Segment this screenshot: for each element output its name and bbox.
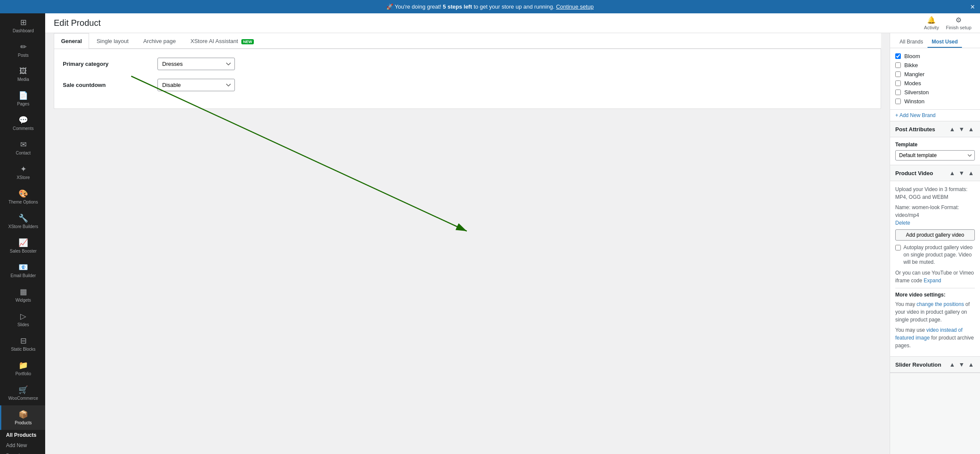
brands-section: All Brands Most Used Bloom Bikke [890, 33, 980, 121]
delete-video-link[interactable]: Delete [895, 220, 910, 226]
post-attributes-collapse-down[interactable]: ▼ [958, 126, 965, 133]
product-video-down[interactable]: ▼ [958, 170, 965, 176]
slider-rev-toggle[interactable]: ▲ [967, 361, 975, 368]
xstore-builders-icon: 🔧 [18, 213, 28, 223]
xstore-icon: ✦ [20, 164, 27, 174]
submenu-brands[interactable]: Brands [0, 451, 45, 454]
products-icon: 📦 [18, 410, 28, 419]
primary-category-row: Primary category Dresses Tops Bottoms Ac… [63, 58, 872, 70]
expand-link[interactable]: Expand [924, 278, 941, 284]
right-panel: All Brands Most Used Bloom Bikke [890, 33, 980, 454]
sidebar: ⊞ Dashboard ✏ Posts 🖼 Media 📄 Pages 💬 Co… [0, 13, 45, 454]
sidebar-item-products[interactable]: 📦 Products [0, 405, 45, 430]
brand-checkbox-silverston[interactable] [895, 90, 901, 95]
add-gallery-video-button[interactable]: Add product gallery video [895, 229, 975, 241]
template-select[interactable]: Default template Full Width Sidebar Left… [895, 150, 975, 161]
primary-category-select[interactable]: Dresses Tops Bottoms Accessories [157, 58, 235, 70]
tab-xstore-ai[interactable]: XStore AI Assistant NEW [183, 33, 261, 49]
brand-item-modes: Modes [895, 79, 975, 88]
notification-prefix: 🚀 You're doing great! [386, 3, 441, 10]
add-new-brand-link[interactable]: + Add New Brand [890, 109, 980, 121]
tab-general[interactable]: General [54, 33, 89, 49]
brand-item-winston: Winston [895, 97, 975, 106]
sale-countdown-row: Sale countdown Disable Enable [63, 79, 872, 91]
notification-bold: 5 steps left [443, 3, 472, 10]
slider-rev-down[interactable]: ▼ [958, 361, 965, 368]
sidebar-item-widgets[interactable]: ▦ Widgets [0, 283, 45, 307]
widgets-icon: ▦ [20, 287, 27, 296]
posts-icon: ✏ [20, 42, 27, 52]
theme-options-icon: 🎨 [18, 189, 28, 198]
sidebar-item-sales-booster[interactable]: 📈 Sales Booster [0, 234, 45, 258]
finish-setup-button[interactable]: ⚙ Finish setup [946, 16, 971, 30]
activity-icon: 🔔 [927, 16, 936, 24]
brands-tab-most-used[interactable]: Most Used [928, 37, 962, 48]
sidebar-item-posts[interactable]: ✏ Posts [0, 38, 45, 62]
sidebar-item-static-blocks[interactable]: ⊟ Static Blocks [0, 332, 45, 356]
submenu-all-products[interactable]: All Products [0, 430, 45, 440]
tab-single-layout[interactable]: Single layout [89, 33, 136, 49]
sidebar-item-dashboard[interactable]: ⊞ Dashboard [0, 13, 45, 38]
submenu-add-new[interactable]: Add New [0, 440, 45, 451]
upload-text: Upload your Video in 3 formats: MP4, OGG… [895, 185, 975, 201]
brand-list: Bloom Bikke Mangler Modes [890, 48, 980, 109]
comments-icon: 💬 [18, 115, 28, 125]
brand-checkbox-modes[interactable] [895, 80, 901, 86]
activity-button[interactable]: 🔔 Activity [924, 16, 939, 30]
static-blocks-icon: ⊟ [20, 336, 27, 346]
video-instead-text: You may use video instead of featured im… [895, 326, 975, 349]
notification-suffix: to get your store up and running. [474, 3, 555, 10]
tab-archive-page[interactable]: Archive page [136, 33, 183, 49]
tab-bar: General Single layout Archive page XStor… [54, 33, 881, 49]
slider-revolution-header: Slider Revolution ▲ ▼ ▲ [890, 357, 980, 373]
email-builder-icon: 📧 [18, 263, 28, 272]
continue-setup-link[interactable]: Continue setup [556, 3, 593, 10]
pages-icon: 📄 [18, 91, 28, 100]
slider-revolution-section: Slider Revolution ▲ ▼ ▲ [890, 357, 980, 373]
product-video-content: Upload your Video in 3 formats: MP4, OGG… [890, 181, 980, 356]
product-video-toggle[interactable]: ▲ [967, 170, 975, 176]
sidebar-item-xstore-builders[interactable]: 🔧 XStore Builders [0, 209, 45, 234]
sale-countdown-select[interactable]: Disable Enable [157, 79, 235, 91]
sidebar-item-xstore[interactable]: ✦ XStore [0, 160, 45, 185]
product-video-up[interactable]: ▲ [948, 170, 956, 176]
sidebar-item-contact[interactable]: ✉ Contact [0, 136, 45, 160]
top-notification-bar: 🚀 You're doing great! 5 steps left to ge… [0, 0, 980, 13]
change-positions-link[interactable]: change the positions [917, 301, 964, 307]
brand-checkbox-winston[interactable] [895, 99, 901, 104]
brand-item-bloom: Bloom [895, 52, 975, 61]
brand-item-bikke: Bikke [895, 61, 975, 70]
brand-checkbox-bloom[interactable] [895, 53, 901, 59]
close-notification-button[interactable]: × [970, 3, 975, 11]
sales-booster-icon: 📈 [18, 238, 28, 247]
notification-text: 🚀 You're doing great! 5 steps left to ge… [386, 3, 594, 10]
sidebar-item-theme-options[interactable]: 🎨 Theme Options [0, 185, 45, 209]
sidebar-item-portfolio[interactable]: 📁 Portfolio [0, 356, 45, 381]
post-attributes-content: Template Default template Full Width Sid… [890, 137, 980, 165]
post-attributes-section: Post Attributes ▲ ▼ ▲ Template Default t… [890, 121, 980, 165]
header-actions: 🔔 Activity ⚙ Finish setup [924, 16, 971, 30]
autoplay-checkbox[interactable] [895, 245, 901, 250]
sidebar-item-slides[interactable]: ▷ Slides [0, 307, 45, 332]
sidebar-item-pages[interactable]: 📄 Pages [0, 86, 45, 111]
sidebar-item-email-builder[interactable]: 📧 Email Builder [0, 258, 45, 283]
sidebar-item-woocommerce[interactable]: 🛒 WooCommerce [0, 381, 45, 405]
post-attributes-controls: ▲ ▼ ▲ [948, 126, 975, 133]
post-attributes-collapse-up[interactable]: ▲ [948, 126, 956, 133]
brand-item-silverston: Silverston [895, 88, 975, 97]
change-positions-text: You may change the positions of your vid… [895, 300, 975, 324]
product-video-section: Product Video ▲ ▼ ▲ Upload your Video in… [890, 165, 980, 357]
sidebar-item-comments[interactable]: 💬 Comments [0, 111, 45, 136]
form-section: Primary category Dresses Tops Bottoms Ac… [54, 49, 881, 109]
product-video-controls: ▲ ▼ ▲ [948, 170, 975, 176]
iframe-text: Or you can use YouTube or Vimeo iframe c… [895, 269, 975, 284]
slider-rev-up[interactable]: ▲ [948, 361, 956, 368]
sidebar-item-media[interactable]: 🖼 Media [0, 62, 45, 86]
post-attributes-toggle[interactable]: ▲ [967, 126, 975, 133]
brand-checkbox-mangler[interactable] [895, 71, 901, 77]
brands-tab-all[interactable]: All Brands [895, 37, 928, 48]
dashboard-icon: ⊞ [20, 18, 27, 27]
slides-icon: ▷ [20, 312, 26, 321]
file-name-text: Name: women-look Format: video/mp4 Delet… [895, 204, 975, 227]
brand-checkbox-bikke[interactable] [895, 62, 901, 68]
